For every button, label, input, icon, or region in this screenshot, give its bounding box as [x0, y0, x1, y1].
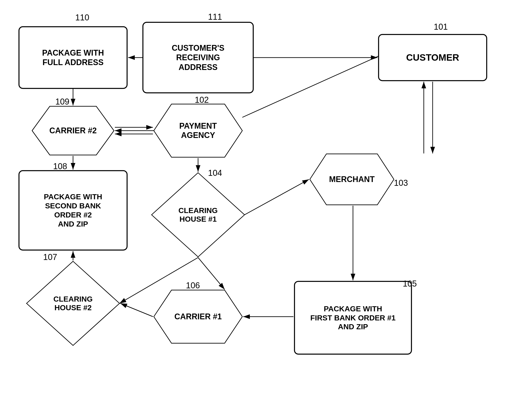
ref-105: 105	[403, 279, 417, 289]
node-101-label: CUSTOMER	[406, 52, 459, 63]
svg-marker-7	[154, 104, 242, 157]
node-108: PACKAGE WITH SECOND BANK ORDER #2 AND ZI…	[19, 170, 127, 250]
node-108-label: PACKAGE WITH SECOND BANK ORDER #2 AND ZI…	[44, 192, 102, 228]
ref-104: 104	[208, 168, 222, 178]
node-110-label: PACKAGE WITH FULL ADDRESS	[42, 48, 104, 67]
svg-line-28	[120, 303, 153, 317]
svg-marker-12	[154, 290, 242, 343]
ref-109: 109	[55, 97, 69, 107]
svg-marker-8	[310, 154, 394, 205]
ref-110: 110	[75, 13, 89, 22]
node-105-label: PACKAGE WITH FIRST BANK ORDER #1 AND ZIP	[310, 304, 395, 331]
svg-marker-11	[27, 261, 120, 345]
ref-108: 108	[53, 162, 67, 171]
svg-line-31	[198, 257, 225, 290]
svg-marker-10	[152, 173, 245, 257]
ref-111: 111	[208, 12, 222, 22]
node-110: PACKAGE WITH FULL ADDRESS	[19, 27, 127, 88]
svg-marker-6	[32, 106, 114, 155]
node-111: CUSTOMER'S RECEIVING ADDRESS	[143, 22, 253, 93]
ref-103: 103	[394, 178, 408, 188]
node-105: PACKAGE WITH FIRST BANK ORDER #1 AND ZIP	[294, 281, 412, 354]
svg-line-23	[245, 179, 309, 215]
node-101: CUSTOMER	[379, 34, 487, 81]
ref-106: 106	[186, 281, 200, 290]
node-111-label: CUSTOMER'S RECEIVING ADDRESS	[172, 43, 224, 72]
ref-107: 107	[43, 252, 57, 262]
diagram: PACKAGE WITH FULL ADDRESS CUSTOMER'S REC…	[0, 0, 532, 405]
ref-101: 101	[434, 22, 448, 32]
ref-102: 102	[195, 95, 209, 105]
